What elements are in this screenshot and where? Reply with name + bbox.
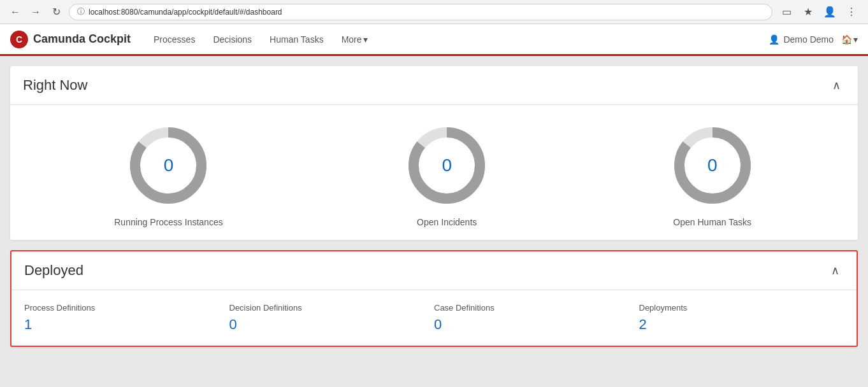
back-button[interactable]: ← — [8, 4, 23, 20]
donut-value-1: 0 — [442, 155, 452, 176]
process-definitions-label: Process Definitions — [24, 303, 229, 313]
right-now-title: Right Now — [23, 77, 87, 94]
decision-definitions-label: Decision Definitions — [229, 303, 435, 313]
deployed-header: Deployed ∧ — [11, 251, 857, 290]
decision-definitions-value[interactable]: 0 — [229, 316, 435, 333]
logo-icon: C — [10, 31, 28, 48]
nav-item-processes[interactable]: Processes — [146, 29, 203, 50]
donut-open-incidents: 0 — [405, 124, 488, 207]
process-definitions-value[interactable]: 1 — [24, 316, 229, 333]
chart-open-human-tasks: 0 Open Human Tasks — [671, 124, 754, 227]
chart-label-1: Open Incidents — [417, 217, 477, 227]
deployed-title: Deployed — [24, 262, 83, 279]
deployed-body: Process Definitions 1 Decision Definitio… — [11, 290, 857, 346]
deployed-item-decision-definitions: Decision Definitions 0 — [229, 303, 435, 333]
more-chevron-icon: ▾ — [363, 34, 368, 45]
lock-icon: ⓘ — [77, 6, 85, 17]
home-icon: 🏠 — [841, 34, 852, 45]
address-bar[interactable]: ⓘ localhost:8080/camunda/app/cockpit/def… — [69, 4, 772, 20]
deployments-value[interactable]: 2 — [639, 316, 844, 333]
donut-value-2: 0 — [707, 155, 718, 176]
nav-items: Processes Decisions Human Tasks More ▾ — [146, 29, 769, 50]
user-menu[interactable]: 👤 Demo Demo — [769, 34, 834, 45]
donut-running-processes: 0 — [127, 124, 210, 207]
main-content: Right Now ∧ 0 Running Process Instances — [0, 56, 868, 387]
cast-icon[interactable]: ▭ — [778, 3, 795, 21]
deployed-collapse-button[interactable]: ∧ — [826, 262, 844, 279]
app-name: Camunda Cockpit — [33, 32, 131, 46]
forward-button[interactable]: → — [28, 4, 43, 20]
browser-chrome: ← → ↻ ⓘ localhost:8080/camunda/app/cockp… — [0, 0, 868, 24]
chart-open-incidents: 0 Open Incidents — [405, 124, 488, 227]
chart-running-processes: 0 Running Process Instances — [114, 124, 222, 227]
home-button[interactable]: 🏠 ▾ — [841, 34, 858, 45]
right-now-card: Right Now ∧ 0 Running Process Instances — [10, 66, 858, 240]
deployed-item-case-definitions: Case Definitions 0 — [434, 303, 639, 333]
donut-value-0: 0 — [164, 155, 174, 176]
case-definitions-label: Case Definitions — [434, 303, 639, 313]
profile-icon[interactable]: 👤 — [821, 3, 839, 21]
refresh-button[interactable]: ↻ — [48, 4, 64, 20]
url-text: localhost:8080/camunda/app/cockpit/defau… — [89, 8, 282, 17]
donut-open-human-tasks: 0 — [671, 124, 754, 207]
chart-label-0: Running Process Instances — [114, 217, 222, 227]
charts-container: 0 Running Process Instances 0 Open Incid… — [10, 105, 858, 240]
app-navbar: C Camunda Cockpit Processes Decisions Hu… — [0, 24, 868, 56]
deployed-card: Deployed ∧ Process Definitions 1 Decisio… — [10, 250, 858, 347]
menu-icon[interactable]: ⋮ — [843, 3, 860, 21]
app-logo: C Camunda Cockpit — [10, 31, 131, 48]
deployed-collapse-icon: ∧ — [831, 264, 839, 278]
deployed-item-deployments: Deployments 2 — [639, 303, 844, 333]
right-now-collapse-button[interactable]: ∧ — [827, 76, 845, 94]
user-name: Demo Demo — [783, 34, 834, 45]
deployments-label: Deployments — [639, 303, 844, 313]
case-definitions-value[interactable]: 0 — [434, 316, 639, 333]
chart-label-2: Open Human Tasks — [673, 217, 751, 227]
home-chevron-icon: ▾ — [853, 34, 858, 45]
collapse-icon: ∧ — [832, 78, 841, 92]
browser-icons: ▭ ★ 👤 ⋮ — [778, 3, 860, 21]
nav-right: 👤 Demo Demo 🏠 ▾ — [769, 34, 858, 45]
nav-item-more[interactable]: More ▾ — [334, 29, 375, 50]
right-now-header: Right Now ∧ — [10, 66, 858, 105]
bookmark-icon[interactable]: ★ — [799, 3, 817, 21]
deployed-item-process-definitions: Process Definitions 1 — [24, 303, 229, 333]
nav-item-human-tasks[interactable]: Human Tasks — [262, 29, 331, 50]
user-icon: 👤 — [769, 34, 779, 45]
nav-item-decisions[interactable]: Decisions — [205, 29, 259, 50]
